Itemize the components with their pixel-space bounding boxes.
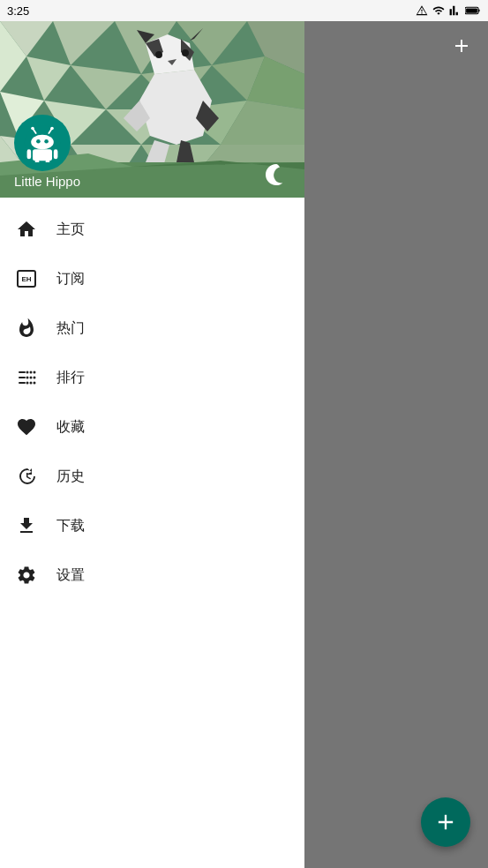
svg-rect-1 (478, 10, 480, 12)
svg-marker-10 (71, 65, 141, 109)
menu-item-hot-label: 热门 (56, 319, 85, 338)
menu-item-hot[interactable]: 热门 (0, 303, 304, 353)
svg-point-66 (34, 382, 36, 385)
menu-item-home-label: 主页 (56, 221, 85, 239)
menu-item-subscribe-label: 订阅 (56, 270, 85, 288)
svg-point-58 (34, 371, 36, 374)
svg-rect-45 (31, 135, 54, 150)
menu-item-favorite[interactable]: 收藏 (0, 402, 304, 452)
header-background (0, 21, 304, 198)
svg-text:EH: EH (21, 275, 31, 283)
svg-marker-4 (53, 21, 115, 65)
status-bar: 3:25 (0, 0, 488, 21)
svg-rect-50 (54, 149, 58, 159)
svg-point-28 (155, 51, 162, 58)
alert-icon (416, 4, 428, 17)
menu-item-subscribe[interactable]: EH 订阅 (0, 254, 304, 303)
menu-item-rank-label: 排行 (56, 369, 85, 387)
menu-list: 主页 EH 订阅 热门 (0, 198, 304, 607)
svg-rect-2 (466, 8, 477, 12)
menu-item-history[interactable]: 历史 (0, 452, 304, 501)
svg-point-64 (26, 382, 29, 385)
svg-rect-48 (33, 149, 52, 161)
avatar-image (23, 123, 62, 162)
menu-item-settings[interactable]: 设置 (0, 550, 304, 600)
heart-icon (14, 415, 39, 439)
svg-point-44 (50, 127, 54, 131)
svg-point-61 (30, 377, 33, 379)
menu-item-history-label: 历史 (56, 468, 85, 486)
menu-item-download-label: 下载 (56, 517, 85, 535)
fire-icon (14, 316, 39, 340)
svg-marker-9 (26, 56, 71, 101)
drawer: Little Hippo 主页 EH (0, 21, 304, 868)
fab-button[interactable] (421, 797, 470, 847)
home-icon (14, 217, 39, 242)
menu-item-settings-label: 设置 (56, 566, 85, 585)
status-time: 3:25 (7, 4, 29, 18)
moon-icon[interactable] (262, 161, 290, 189)
user-name: Little Hippo (14, 174, 80, 189)
svg-point-47 (44, 139, 49, 144)
history-icon (14, 464, 39, 489)
menu-item-favorite-label: 收藏 (56, 418, 85, 437)
wifi-icon (432, 4, 446, 17)
svg-point-62 (34, 377, 36, 379)
plus-icon-fab (433, 810, 458, 834)
plus-icon-top (451, 35, 472, 56)
menu-item-home[interactable]: 主页 (0, 205, 304, 254)
svg-point-46 (36, 139, 41, 144)
signal-icon (449, 4, 462, 17)
svg-point-57 (30, 371, 33, 374)
svg-point-65 (30, 382, 33, 385)
status-icons (416, 4, 481, 17)
gear-icon (14, 563, 39, 587)
drawer-header: Little Hippo (0, 21, 304, 198)
right-panel (304, 21, 488, 868)
svg-point-56 (26, 371, 29, 374)
svg-point-60 (26, 377, 29, 379)
battery-icon (465, 5, 481, 16)
menu-item-download[interactable]: 下载 (0, 501, 304, 550)
add-button-top[interactable] (446, 30, 477, 62)
svg-point-29 (182, 49, 189, 56)
subscribe-icon: EH (14, 266, 39, 291)
rank-icon (14, 365, 39, 390)
right-toolbar (304, 21, 488, 71)
avatar[interactable] (14, 115, 71, 171)
menu-item-rank[interactable]: 排行 (0, 353, 304, 402)
svg-point-42 (31, 127, 34, 131)
svg-rect-49 (27, 149, 32, 159)
download-icon (14, 513, 39, 538)
